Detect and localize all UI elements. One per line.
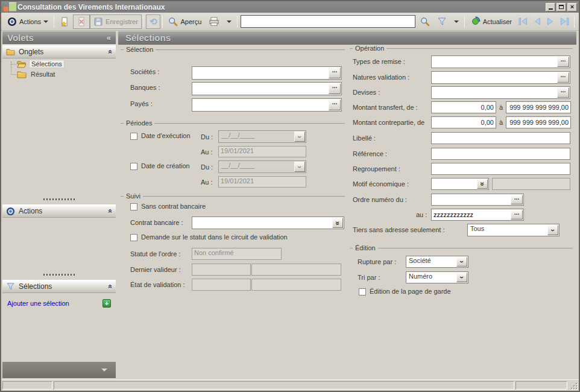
collapse-section-icon[interactable]: » [108, 48, 112, 56]
chevron-down-icon[interactable]: › [456, 273, 467, 282]
reference-input[interactable] [431, 148, 570, 160]
chevron-down-icon[interactable]: › [294, 162, 305, 172]
date-creation-du-combo[interactable]: __/__/____ › [218, 160, 306, 173]
chevron-down-icon[interactable]: › [294, 131, 305, 142]
montant-transfert-max-input[interactable] [506, 101, 571, 113]
societes-field[interactable]: ... [192, 66, 342, 80]
chevron-down-icon[interactable]: › [547, 225, 558, 235]
section-onglets[interactable]: Onglets » [2, 45, 116, 58]
tree-item-label: Résultat [29, 71, 57, 78]
next-record-button[interactable] [544, 16, 557, 27]
save-label: Enregistrer [106, 18, 138, 25]
collapse-section-icon[interactable]: » [108, 207, 112, 215]
date-creation-checkbox[interactable] [130, 163, 137, 170]
banques-field[interactable]: ... [192, 82, 342, 95]
montant-contrepartie-max-input[interactable] [506, 116, 571, 128]
add-selection-link[interactable]: Ajouter une sélection [7, 300, 69, 307]
tree-item-resultat[interactable]: Résultat [17, 69, 57, 79]
collapse-section-icon[interactable]: » [108, 282, 112, 291]
date-execution-checkbox[interactable] [130, 133, 137, 140]
chevron-double-down-icon[interactable]: » [477, 179, 488, 189]
sidebar-bottom-bar[interactable] [2, 362, 116, 378]
payes-label: Payés : [130, 100, 153, 107]
date-creation-label: Date de création [141, 162, 190, 169]
dernier-valideur-label: Dernier valideur : [130, 266, 181, 273]
societes-input[interactable] [192, 67, 328, 79]
types-remise-lookup-button[interactable]: ... [557, 57, 569, 67]
chevron-double-down-icon[interactable]: » [332, 218, 343, 228]
search-input[interactable] [241, 15, 415, 28]
payes-field[interactable]: ... [192, 98, 342, 112]
ordre-numero-du-field[interactable]: ... [431, 194, 524, 206]
date-execution-au-field[interactable]: 19/01/2021 [218, 146, 306, 157]
ordre-numero-au-field[interactable]: ... [431, 209, 524, 221]
tree-item-selections[interactable]: Sélections [17, 59, 65, 69]
page-garde-checkbox[interactable] [359, 288, 366, 296]
devises-input[interactable] [432, 87, 556, 98]
banques-lookup-button[interactable]: ... [329, 83, 341, 94]
print-options-dropdown[interactable] [223, 14, 235, 29]
preview-button[interactable]: Aperçu [165, 14, 205, 29]
ordre-du-lookup-button[interactable]: ... [511, 195, 523, 204]
motif-economique-combo[interactable]: » [431, 178, 489, 190]
first-record-button[interactable] [515, 16, 531, 27]
section-selections[interactable]: Sélections » [2, 280, 116, 293]
section-actions[interactable]: Actions » [2, 204, 116, 218]
toolbar-separator [54, 16, 54, 28]
libelle-input[interactable] [431, 132, 570, 144]
sidebar-collapse-button[interactable]: « [107, 33, 111, 42]
previous-record-button[interactable] [531, 16, 544, 27]
maximize-button[interactable] [556, 3, 566, 11]
sidebar-splitter-handle[interactable] [43, 274, 75, 276]
types-remise-input[interactable] [432, 56, 556, 68]
minimize-button[interactable] [546, 3, 555, 11]
tiers-sans-adresse-combo[interactable]: Tous › [467, 224, 560, 236]
natures-validation-field[interactable]: ... [431, 71, 570, 84]
sidebar-splitter-handle[interactable] [43, 198, 75, 200]
save-icon [93, 17, 103, 27]
toolbar-separator [237, 16, 238, 28]
refresh-button[interactable]: Actualiser [467, 14, 515, 29]
devises-field[interactable]: ... [431, 86, 570, 99]
close-icon: × [570, 4, 574, 10]
close-button[interactable]: × [567, 3, 577, 11]
devises-lookup-button[interactable]: ... [557, 87, 569, 98]
natures-lookup-button[interactable]: ... [557, 72, 569, 83]
sync-button[interactable]: ⟲ [146, 14, 161, 29]
types-remise-field[interactable]: ... [431, 55, 570, 68]
demande-statut-checkbox[interactable] [130, 234, 137, 241]
payes-lookup-button[interactable]: ... [329, 100, 341, 110]
montant-transfert-min-input[interactable] [431, 101, 496, 113]
ordre-numero-au-input[interactable] [432, 209, 510, 220]
date-creation-au-field[interactable]: 19/01/2021 [218, 176, 306, 188]
montant-contrepartie-min-input[interactable] [431, 116, 496, 128]
save-button[interactable]: Enregistrer [90, 14, 142, 29]
sans-contrat-checkbox[interactable] [130, 203, 137, 210]
delete-button[interactable] [73, 14, 90, 29]
natures-validation-input[interactable] [432, 72, 556, 83]
resize-grip[interactable] [571, 383, 577, 389]
tree-line [11, 74, 16, 75]
chevron-down-icon[interactable]: › [456, 257, 467, 267]
au-label: Au : [201, 179, 213, 186]
banques-input[interactable] [192, 83, 328, 95]
payes-input[interactable] [192, 99, 328, 111]
filter-button[interactable] [433, 14, 450, 29]
search-button[interactable] [417, 14, 433, 29]
add-selection-button[interactable]: + [102, 299, 111, 308]
print-button[interactable] [205, 14, 223, 29]
last-record-button[interactable] [557, 16, 572, 27]
tri-par-combo[interactable]: Numéro › [406, 271, 468, 283]
actions-button[interactable]: Actions [4, 14, 52, 29]
contrat-bancaire-combo[interactable]: » [192, 217, 344, 229]
new-button[interactable] [56, 14, 73, 29]
ordre-au-lookup-button[interactable]: ... [511, 210, 523, 220]
filter-options-dropdown[interactable] [450, 14, 462, 29]
main-header: Sélections [118, 31, 576, 45]
date-execution-du-combo[interactable]: __/__/____ › [218, 130, 306, 143]
sidebar-title: Volets [7, 33, 34, 43]
rupture-par-combo[interactable]: Société › [406, 256, 468, 268]
societes-lookup-button[interactable]: ... [329, 68, 341, 78]
ordre-numero-du-input[interactable] [432, 194, 510, 205]
regroupement-input[interactable] [431, 163, 570, 175]
